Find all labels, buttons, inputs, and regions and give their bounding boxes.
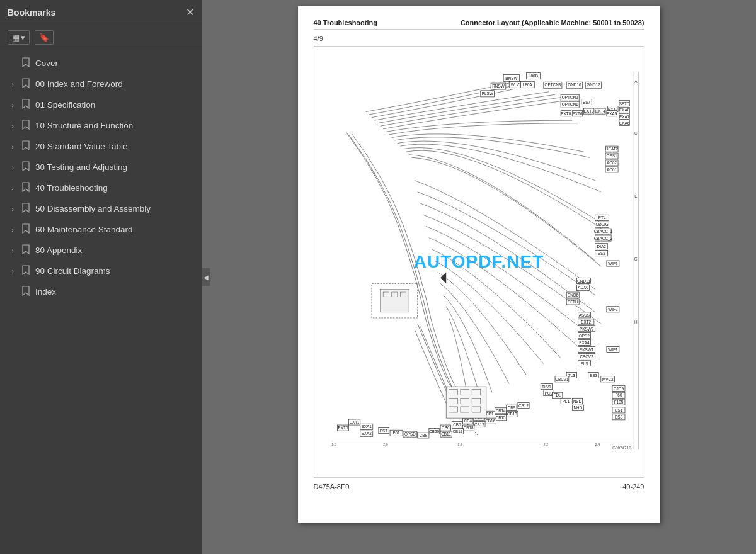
svg-text:EXA8: EXA8 <box>619 108 629 113</box>
svg-text:ES8: ES8 <box>614 415 622 419</box>
svg-text:GND12: GND12 <box>587 82 600 87</box>
sidebar-item-01-spec[interactable]: › 01 Specification <box>0 94 202 115</box>
sidebar-item-60-maintenance[interactable]: › 60 Maintenance Standard <box>0 219 202 240</box>
svg-text:OPSD: OPSD <box>404 432 415 436</box>
sidebar-item-cover[interactable]: Cover <box>0 53 202 74</box>
svg-text:CB4: CB4 <box>464 419 472 423</box>
chevron-icon: › <box>8 268 18 275</box>
bookmarks-list: Cover› 00 Index and Foreword› 01 Specifi… <box>0 50 202 554</box>
sidebar-item-80-appendix[interactable]: › 80 Appendix <box>0 240 202 261</box>
svg-text:NSD: NSD <box>573 399 581 404</box>
bookmarks-sidebar: Bookmarks ✕ ▦ ▾ 🔖 Cover› 00 Index and Fo… <box>0 0 202 554</box>
chevron-icon: › <box>8 122 18 130</box>
svg-text:CB11: CB11 <box>441 432 451 436</box>
svg-text:EXA2: EXA2 <box>361 431 372 436</box>
svg-text:F01: F01 <box>392 431 399 436</box>
svg-text:CBACC_2: CBACC_2 <box>593 236 612 241</box>
view-options-button[interactable]: ▦ ▾ <box>8 30 30 45</box>
sidebar-item-90-circuit[interactable]: › 90 Circuit Diagrams <box>0 261 202 281</box>
sidebar-item-40-trouble[interactable]: › 40 Troubleshooting <box>0 178 202 198</box>
chevron-icon: › <box>8 226 18 234</box>
svg-text:PKSW1: PKSW1 <box>579 348 593 352</box>
chevron-icon: › <box>8 101 18 109</box>
svg-text:CBCV1: CBCV1 <box>555 377 569 382</box>
watermark-text: AUTOPDF.NET <box>414 252 544 272</box>
svg-text:CB18: CB18 <box>463 426 473 430</box>
view-dropdown-icon: ▾ <box>21 33 25 42</box>
svg-text:PKSW2: PKSW2 <box>579 327 593 331</box>
svg-text:ES7: ES7 <box>583 100 590 105</box>
svg-text:CBCIG: CBCIG <box>595 222 608 227</box>
sidebar-item-label: Index <box>35 287 194 297</box>
bookmark-ribbon-icon <box>21 182 32 194</box>
svg-text:G0074710: G0074710 <box>612 446 631 450</box>
sidebar-item-index[interactable]: Index <box>0 281 202 302</box>
chevron-icon: › <box>8 184 18 192</box>
svg-text:CB5: CB5 <box>453 422 461 427</box>
svg-text:CBACC_1: CBACC_1 <box>593 229 612 234</box>
svg-text:CB15: CB15 <box>495 416 505 420</box>
svg-text:EXA9: EXA9 <box>606 111 617 116</box>
svg-text:CB8: CB8 <box>419 433 427 438</box>
chevron-icon: › <box>8 205 18 213</box>
collapse-arrow-icon: ◀ <box>203 274 209 281</box>
svg-text:CB12: CB12 <box>518 404 529 408</box>
sidebar-item-10-structure[interactable]: › 10 Structure and Function <box>0 115 202 136</box>
bookmark-ribbon-icon <box>21 244 32 256</box>
svg-text:EXT6: EXT6 <box>572 111 582 116</box>
svg-text:EXT1: EXT1 <box>349 420 359 424</box>
svg-text:ES1: ES1 <box>614 408 622 412</box>
sidebar-item-label: 40 Troubleshooting <box>35 183 194 193</box>
svg-text:EXA6: EXA6 <box>619 121 629 125</box>
pdf-page: 40 Troubleshooting Connector Layout (App… <box>298 6 660 523</box>
sidebar-item-label: 80 Appendix <box>35 246 194 255</box>
chevron-icon: › <box>8 81 18 88</box>
svg-text:SFTD: SFTD <box>619 101 629 106</box>
sidebar-item-00-index[interactable]: › 00 Index and Foreword <box>0 74 202 94</box>
pdf-header-section: 40 Troubleshooting <box>314 19 377 26</box>
sidebar-item-50-disassembly[interactable]: › 50 Disassembly and Assembly <box>0 198 202 219</box>
bookmark-ribbon-icon <box>21 265 32 277</box>
bookmark-ribbon-icon <box>21 99 32 111</box>
pdf-footer-model: D475A-8E0 <box>314 483 350 490</box>
svg-text:EXT4: EXT4 <box>595 109 605 113</box>
sidebar-item-label: 30 Testing and Adjusting <box>35 162 194 172</box>
sidebar-item-label: 90 Circuit Diagrams <box>35 266 194 276</box>
close-icon[interactable]: ✕ <box>186 8 194 18</box>
svg-text:OPTCN1: OPTCN1 <box>561 102 578 106</box>
sidebar-toolbar: ▦ ▾ 🔖 <box>0 25 202 50</box>
svg-text:F105: F105 <box>614 400 623 404</box>
svg-text:C: C <box>634 131 637 135</box>
sidebar-collapse-handle[interactable]: ◀ <box>202 268 210 286</box>
svg-text:CBCV2: CBCV2 <box>580 354 593 359</box>
chevron-icon: › <box>8 247 18 254</box>
sidebar-item-label: 50 Disassembly and Assembly <box>35 204 194 213</box>
sidebar-item-20-standard[interactable]: › 20 Standard Value Table <box>0 136 202 157</box>
svg-text:EXA7: EXA7 <box>619 115 629 119</box>
svg-text:RNSW: RNSW <box>492 84 504 88</box>
sidebar-item-label: Cover <box>35 59 194 68</box>
svg-text:AC02: AC02 <box>607 161 617 165</box>
svg-text:EXT5: EXT5 <box>338 426 348 430</box>
bookmark-ribbon-icon <box>21 286 32 298</box>
svg-text:OPS2: OPS2 <box>578 334 589 338</box>
svg-text:WLV2: WLV2 <box>510 82 521 87</box>
bookmark-action-button[interactable]: 🔖 <box>35 30 54 45</box>
svg-text:WIF2: WIF2 <box>608 307 618 312</box>
svg-text:CB1: CB1 <box>486 412 494 416</box>
sidebar-item-label: 00 Index and Foreword <box>35 79 194 89</box>
sidebar-item-label: 20 Standard Value Table <box>35 142 194 151</box>
pdf-page-container[interactable]: 40 Troubleshooting Connector Layout (App… <box>202 0 756 554</box>
svg-text:SFTU: SFTU <box>567 300 578 304</box>
svg-text:2.2: 2.2 <box>543 443 548 446</box>
svg-text:PTL: PTL <box>598 216 605 220</box>
svg-text:A: A <box>634 79 638 84</box>
svg-text:H: H <box>634 320 637 324</box>
svg-text:L80A: L80A <box>522 82 532 87</box>
sidebar-item-30-testing[interactable]: › 30 Testing and Adjusting <box>0 157 202 178</box>
sidebar-header: Bookmarks ✕ <box>0 0 202 25</box>
svg-text:CB19: CB19 <box>452 429 462 434</box>
svg-text:MVC2: MVC2 <box>602 377 613 382</box>
svg-text:EXT2: EXT2 <box>581 320 591 324</box>
svg-text:EXT9: EXT9 <box>583 109 593 113</box>
